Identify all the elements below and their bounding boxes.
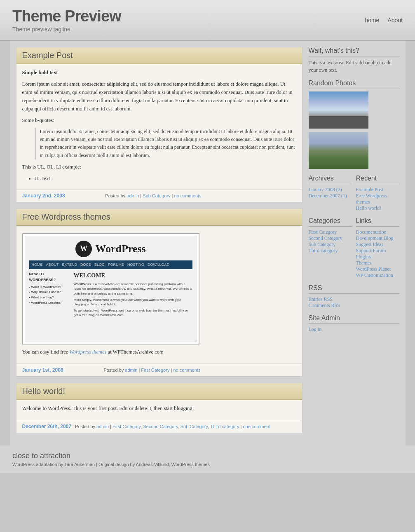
- post-cat3-hello[interactable]: Sub Category: [181, 424, 208, 429]
- post-body-freethemes: W WordPress HOME ABOUT EXTEND DOCS BLOG …: [16, 226, 302, 363]
- post-category-link-example[interactable]: Sub Category: [143, 193, 170, 198]
- random-photos: [309, 91, 399, 169]
- sidebar-categories-title: Categories: [309, 217, 352, 227]
- post-title-example: Example Post: [22, 51, 296, 60]
- categories-col: Categories First Category Second Categor…: [309, 217, 352, 284]
- rss-entries[interactable]: Entries RSS: [309, 296, 399, 302]
- post-meta-freethemes: Posted by admin | First Category | no co…: [103, 368, 200, 373]
- sidebar-archives-title: Archives: [309, 175, 352, 184]
- post-bquote-label: Some b-quotes:: [22, 116, 296, 124]
- footer-title: close to attraction: [12, 452, 403, 460]
- archive-jan2008[interactable]: January 2008 (2): [309, 187, 352, 193]
- sidebar-photos-title: Random Photos: [309, 80, 399, 89]
- post-title-hello: Hello world!: [22, 387, 296, 396]
- link-6[interactable]: WordPress Planet: [356, 266, 399, 272]
- header: Theme Preview Theme preview tagline home…: [0, 0, 415, 41]
- sidebar-widget-recent: Recent Example Post Free Wordpress theme…: [356, 175, 399, 211]
- recent-post-0[interactable]: Example Post: [356, 187, 399, 193]
- post-cat4-hello[interactable]: Third category: [210, 424, 239, 429]
- sidebar-siteadmin-title: Site Admin: [309, 314, 399, 324]
- archive-dec2007[interactable]: December 2007 (1): [309, 193, 352, 199]
- wordpress-themes-link[interactable]: Wordpress themes: [70, 349, 107, 355]
- post-cat2-hello[interactable]: Second Category: [143, 424, 178, 429]
- sidebar-widget-categories: Categories First Category Second Categor…: [309, 217, 352, 254]
- post-comments-link-example[interactable]: no comments: [174, 193, 202, 198]
- nav-about[interactable]: About: [387, 17, 403, 23]
- wp-nav-bar: HOME ABOUT EXTEND DOCS BLOG FORUMS HOSTI…: [29, 260, 192, 269]
- post-bold-text: Simple bold text: [22, 70, 58, 75]
- sidebar-widget-archives: Archives January 2008 (2) December 2007 …: [309, 175, 352, 199]
- post-body-text-hello: Welcome to WordPress. This is your first…: [22, 404, 296, 412]
- sidebar: Wait, what's this? This is a text area. …: [309, 47, 399, 338]
- post-header-example: Example Post: [16, 47, 302, 64]
- post-paragraph1: Lorem ipsum dolor sit amet, consectetur …: [22, 80, 296, 113]
- post-comments-hello[interactable]: one comment: [243, 424, 270, 429]
- post-freethemes: Free Wordpress themes W WordPress HOME: [16, 209, 302, 377]
- post-footer-hello: December 26th, 2007 Posted by admin | Fi…: [16, 420, 302, 433]
- recent-post-1[interactable]: Free Wordpress themes: [356, 193, 399, 205]
- content-area: Example Post Simple bold text Lorem ipsu…: [16, 47, 399, 439]
- post-cat1-hello[interactable]: First Category: [113, 424, 141, 429]
- post-author-link-freethemes[interactable]: admin: [125, 368, 137, 373]
- wp-main-area: WELCOME WordPress is a state-of-the-art …: [74, 271, 192, 318]
- sidebar-recent-title: Recent: [356, 175, 399, 184]
- archives-col: Archives January 2008 (2) December 2007 …: [309, 175, 352, 217]
- link-4[interactable]: Plugins: [356, 254, 399, 260]
- sidebar-widget-rss: RSS Entries RSS Comments RSS: [309, 284, 399, 309]
- category-1[interactable]: Second Category: [309, 235, 352, 241]
- login-link[interactable]: Log in: [309, 326, 399, 333]
- post-meta-example: Posted by admin | Sub Category | no comm…: [105, 193, 201, 198]
- sidebar-links-title: Links: [356, 217, 399, 227]
- sidebar-cats-links: Categories First Category Second Categor…: [309, 217, 399, 284]
- photo-field: [309, 132, 368, 169]
- post-body-example: Simple bold text Lorem ipsum dolor sit a…: [16, 64, 302, 189]
- category-0[interactable]: First Category: [309, 229, 352, 235]
- post-author-hello[interactable]: admin: [96, 424, 109, 429]
- post-hello: Hello world! Welcome to WordPress. This …: [16, 383, 302, 433]
- photo-sky: [309, 91, 368, 129]
- link-2[interactable]: Suggest Ideas: [356, 241, 399, 248]
- post-category-link-freethemes[interactable]: First Category: [141, 368, 169, 373]
- wp-screenshot: W WordPress HOME ABOUT EXTEND DOCS BLOG …: [22, 233, 199, 345]
- wrapper: Example Post Simple bold text Lorem ipsu…: [10, 41, 406, 445]
- post-date-hello: December 26th, 2007: [22, 424, 71, 429]
- post-body-hello: Welcome to WordPress. This is your first…: [16, 400, 302, 420]
- post-header-hello: Hello world!: [16, 383, 302, 400]
- wp-sidebar-small: NEW TO WORDPRESS? • What is WordPress? •…: [29, 271, 70, 318]
- link-5[interactable]: Themes: [356, 260, 399, 266]
- main-nav: home About: [365, 17, 403, 23]
- header-title-area: Theme Preview Theme preview tagline: [12, 7, 121, 33]
- sidebar-wait-text: This is a text area. Edit sidebar.php to…: [309, 59, 399, 74]
- category-2[interactable]: Sub Category: [309, 241, 352, 248]
- post-example: Example Post Simple bold text Lorem ipsu…: [16, 47, 302, 202]
- wp-logo-text: WordPress: [95, 240, 145, 258]
- category-3[interactable]: Third category: [309, 248, 352, 254]
- site-title: Theme Preview: [12, 7, 121, 25]
- post-list-label: This is UL, OL, LI example:: [22, 163, 296, 171]
- link-0[interactable]: Documentation: [356, 229, 399, 235]
- post-footer-freethemes: January 1st, 2008 Posted by admin | Firs…: [16, 363, 302, 376]
- link-7[interactable]: WP Customization: [356, 272, 399, 279]
- post-author-link-example[interactable]: admin: [127, 193, 139, 198]
- post-meta-hello: Posted by admin | First Category, Second…: [75, 424, 270, 429]
- link-3[interactable]: Support Forum: [356, 248, 399, 254]
- post-body-text-freethemes: You can easy find free Wordpress themes …: [22, 348, 296, 356]
- links-col: Links Documentation Development Blog Sug…: [356, 217, 399, 284]
- recent-post-2[interactable]: Hello world!: [356, 205, 399, 211]
- post-date-example: January 2nd, 2008: [22, 193, 65, 199]
- post-header-freethemes: Free Wordpress themes: [16, 209, 302, 225]
- sidebar-archives-recent: Archives January 2008 (2) December 2007 …: [309, 175, 399, 217]
- post-footer-example: January 2nd, 2008 Posted by admin | Sub …: [16, 189, 302, 202]
- rss-comments[interactable]: Comments RSS: [309, 302, 399, 309]
- post-comments-link-freethemes[interactable]: no comments: [173, 368, 200, 373]
- wp-logo-circle: W: [75, 241, 92, 257]
- footer-text: WordPress adaptation by Tara Aukerman | …: [12, 462, 403, 467]
- recent-col: Recent Example Post Free Wordpress theme…: [356, 175, 399, 217]
- wp-screenshot-inner: W WordPress HOME ABOUT EXTEND DOCS BLOG …: [25, 236, 197, 342]
- main-content: Example Post Simple bold text Lorem ipsu…: [16, 47, 302, 439]
- sidebar-widget-wait: Wait, what's this? This is a text area. …: [309, 47, 399, 74]
- post-blockquote: Lorem ipsum dolor sit amet, consectetur …: [35, 128, 296, 159]
- sidebar-widget-photos: Random Photos: [309, 80, 399, 169]
- nav-home[interactable]: home: [365, 17, 379, 23]
- link-1[interactable]: Development Blog: [356, 235, 399, 241]
